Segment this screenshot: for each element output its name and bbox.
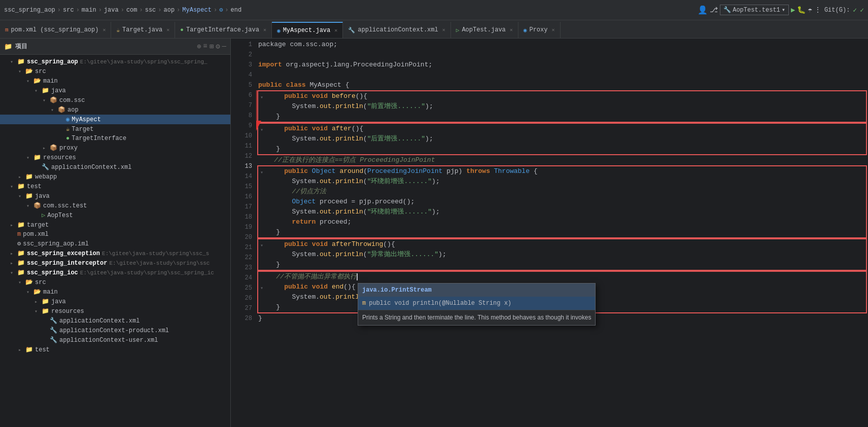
tree-item-main[interactable]: ▾ 📂 main <box>0 76 230 86</box>
tree-item-webapp[interactable]: ▸ 📁 webapp <box>0 172 230 182</box>
folder-exception-icon: 📁 <box>17 250 25 257</box>
tree-item-myaspect[interactable]: ▸ ◉ MyAspect <box>0 115 230 124</box>
code-line-7: System.out.println("前置增强......"); <box>258 101 866 112</box>
breadcrumb-item[interactable]: java <box>104 7 119 14</box>
tree-item-test[interactable]: ▾ 📁 test <box>0 182 230 191</box>
line-num-12: 12 <box>231 151 252 161</box>
tree-item-ssc-spring-interceptor[interactable]: ▸ 📁 ssc_spring_interceptor E:\gitee\java… <box>0 258 230 268</box>
tree-item-ioc-java[interactable]: ▸ 📁 java <box>0 297 230 306</box>
fold-icon-24[interactable]: ▾ <box>260 283 267 291</box>
tab-close-targetinterface[interactable]: ✕ <box>263 27 266 33</box>
tree-item-ssc-spring-exception[interactable]: ▸ 📁 ssc_spring_exception E:\gitee\java-s… <box>0 248 230 258</box>
tree-item-ioc-appcontext-user[interactable]: ▸ 🔧 applicationContext-user.xml <box>0 335 230 345</box>
tree-item-targetinterface[interactable]: ▸ ● TargetInterface <box>0 134 230 143</box>
tab-label-appcontext: applicationContext.xml <box>358 26 438 33</box>
collapse-icon[interactable]: ≡ <box>203 42 207 51</box>
breadcrumb-item[interactable]: main <box>82 7 96 14</box>
tree-item-ioc-test[interactable]: ▸ 📁 test <box>0 345 230 354</box>
tree-label: src <box>35 279 46 286</box>
tree-item-target-folder[interactable]: ▸ 📁 target <box>0 220 230 230</box>
coverage-button[interactable]: ☂ <box>808 6 812 14</box>
tree-item-ioc-appcontext-product[interactable]: ▸ 🔧 applicationContext-product.xml <box>0 326 230 335</box>
folder-main-icon: 📂 <box>33 77 41 85</box>
fold-icon-13[interactable]: ▾ <box>260 168 267 175</box>
tab-targetinterface[interactable]: ● TargetInterface.java ✕ <box>175 22 272 38</box>
tree-item-test-java[interactable]: ▾ 📁 java <box>0 191 230 201</box>
tree-label: proxy <box>59 145 78 152</box>
minimize-icon[interactable]: — <box>222 42 226 51</box>
expand-icon[interactable]: ⊞ <box>210 42 214 51</box>
tab-appcontext[interactable]: 🔧 applicationContext.xml ✕ <box>343 22 450 38</box>
tree-item-resources[interactable]: ▾ 📁 resources <box>0 153 230 162</box>
tree-item-ioc-src[interactable]: ▾ 📂 src <box>0 277 230 287</box>
tree-item-ioc-main[interactable]: ▾ 📂 main <box>0 287 230 297</box>
tab-close-aoptest[interactable]: ✕ <box>510 27 513 33</box>
debug-button[interactable]: 🐛 <box>797 6 806 14</box>
tree-label: applicationContext-product.xml <box>59 327 169 334</box>
autocomplete-item-println[interactable]: m public void println(@Nullable String x… <box>358 297 595 310</box>
tree-item-appcontext-xml[interactable]: ▸ 🔧 applicationContext.xml <box>0 162 230 172</box>
settings-icon[interactable]: ⚙ <box>216 42 220 51</box>
tree-label: test <box>27 183 42 190</box>
line-num-8: 8 <box>231 111 252 121</box>
autocomplete-popup[interactable]: java.io.PrintStream m public void printl… <box>358 283 596 326</box>
folder-target-icon: 📁 <box>17 221 25 229</box>
breadcrumb-item[interactable]: src <box>63 7 74 14</box>
code-content[interactable]: package com.ssc.aop; import org.aspectj.… <box>256 39 868 427</box>
tab-close-proxy[interactable]: ✕ <box>551 27 554 33</box>
run-config-dropdown[interactable]: 🔧 AopTest.test1 ▾ <box>720 5 789 15</box>
tree-item-ioc-appcontext[interactable]: ▸ 🔧 applicationContext.xml <box>0 316 230 326</box>
tree-label: target <box>27 222 49 229</box>
checkmark-1[interactable]: ✓ <box>853 6 857 14</box>
tree-item-java[interactable]: ▾ 📁 java <box>0 86 230 95</box>
breadcrumb-item[interactable]: ssc <box>145 7 156 14</box>
more-run-button[interactable]: ⋮ <box>814 6 821 14</box>
breadcrumb-item[interactable]: aop <box>164 7 175 14</box>
code-area[interactable]: 1 2 3 4 5 6 7 8 9 10 11 12 13 14 15 16 1… <box>231 39 868 427</box>
tab-aoptest[interactable]: ▷ AopTest.java ✕ <box>451 22 518 38</box>
tab-close-pom[interactable]: ✕ <box>102 27 106 33</box>
tree-item-aoptest[interactable]: ▸ ▷ AopTest <box>0 210 230 220</box>
tree-item-ssc-spring-aop[interactable]: ▾ 📁 ssc_spring_aop E:\gitee\java-study\s… <box>0 57 230 66</box>
tree-item-aop[interactable]: ▾ 📦 aop <box>0 105 230 115</box>
tree-item-proxy[interactable]: ▸ 📦 proxy <box>0 143 230 153</box>
breadcrumb-item[interactable]: end <box>231 7 242 14</box>
tab-proxy[interactable]: ◉ Proxy ✕ <box>518 22 561 38</box>
tree-item-com-ssc[interactable]: ▾ 📦 com.ssc <box>0 95 230 105</box>
tree-item-target[interactable]: ▸ ☕ Target <box>0 124 230 134</box>
folder-resources-icon: 📁 <box>42 307 49 315</box>
fold-icon-9[interactable]: ▾ <box>260 125 267 132</box>
autocomplete-description: Prints a String and then terminate the l… <box>358 310 595 325</box>
breadcrumb-item-active[interactable]: MyAspect <box>182 7 212 14</box>
run-controls: 👤 ⎇ 🔧 AopTest.test1 ▾ ▶ 🐛 ☂ ⋮ <box>698 5 821 15</box>
fold-icon-6[interactable]: ▾ <box>260 93 267 100</box>
line-num-7: 7 <box>231 100 252 111</box>
line-num-25: 25 <box>231 283 252 293</box>
tree-item-com-ssc-test[interactable]: ▾ 📦 com.ssc.test <box>0 201 230 210</box>
tree-label: webapp <box>35 173 57 181</box>
line-num-13: 13 <box>231 161 252 171</box>
run-button[interactable]: ▶ <box>791 6 795 14</box>
checkmark-2[interactable]: ✓ <box>860 6 864 14</box>
vcs-icon[interactable]: ⎇ <box>710 6 718 14</box>
fold-icon-20[interactable]: ▾ <box>260 241 267 248</box>
tree-item-src[interactable]: ▾ 📂 src <box>0 66 230 76</box>
tree-item-iml[interactable]: ▸ ⚙ ssc_spring_aop.iml <box>0 239 230 248</box>
breadcrumb-item[interactable]: com <box>126 7 137 14</box>
tab-close-appcontext[interactable]: ✕ <box>442 27 445 33</box>
breadcrumb-item[interactable]: ssc_spring_aop <box>4 7 55 14</box>
user-icon[interactable]: 👤 <box>698 5 708 15</box>
tree-label: com.ssc.test <box>43 202 87 209</box>
tab-close-target[interactable]: ✕ <box>166 27 169 33</box>
file-xml-icon: 🔧 <box>50 336 57 344</box>
breadcrumb-item[interactable]: ⚙ <box>219 6 223 14</box>
sync-icon[interactable]: ⊕ <box>197 42 201 51</box>
line-num-17: 17 <box>231 202 252 212</box>
tree-item-ioc-resources[interactable]: ▾ 📁 resources <box>0 306 230 316</box>
tab-myaspect[interactable]: ◉ MyAspect.java ✕ <box>272 22 343 38</box>
tab-close-myaspect[interactable]: ✕ <box>334 27 337 33</box>
tab-target[interactable]: ☕ Target.java ✕ <box>111 22 175 38</box>
tree-item-pomxml[interactable]: ▸ m pom.xml <box>0 230 230 239</box>
tree-item-ssc-spring-ioc[interactable]: ▾ 📁 ssc_spring_ioc E:\gitee\java-study\s… <box>0 268 230 277</box>
tab-pom[interactable]: m pom.xml (ssc_spring_aop) ✕ <box>0 22 111 38</box>
